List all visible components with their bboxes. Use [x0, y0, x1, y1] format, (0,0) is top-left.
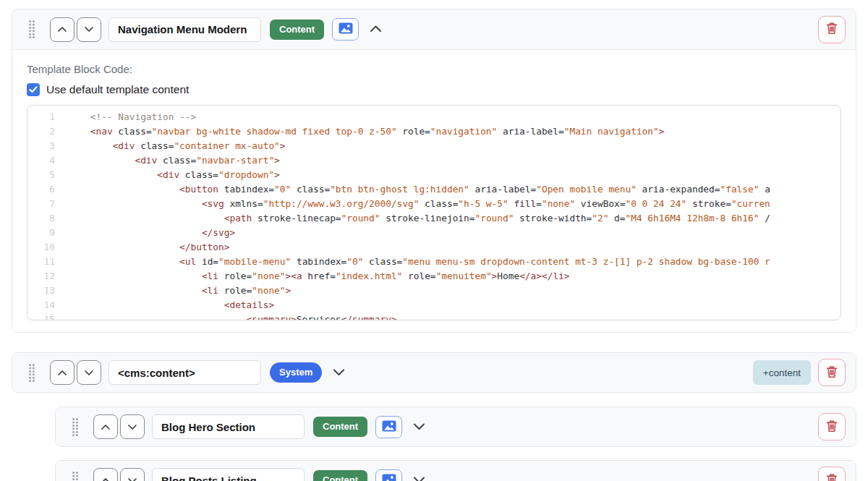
code-line: 13 <li role="none"> — [27, 284, 841, 298]
code-line: 8 <path stroke-linecap="round" stroke-li… — [27, 211, 841, 226]
code-text: <div class="container mx-auto"> — [68, 139, 286, 153]
code-text: </button> — [68, 240, 229, 255]
checkmark-icon — [29, 83, 38, 96]
code-text: <summary>Services</summary> — [68, 312, 397, 320]
chevron-down-icon — [84, 367, 94, 378]
move-down-button[interactable] — [120, 414, 145, 439]
image-icon — [382, 474, 396, 481]
line-number: 7 — [27, 197, 68, 211]
block-name-input[interactable] — [109, 360, 261, 385]
block-name-input[interactable] — [152, 414, 305, 439]
trash-icon — [826, 473, 838, 481]
code-line: 2 <nav class="navbar bg-white shadow-md … — [27, 124, 841, 139]
line-number: 10 — [27, 240, 68, 255]
line-number: 8 — [27, 211, 68, 226]
code-text: <nav class="navbar bg-white shadow-md fi… — [68, 124, 664, 139]
block-cms-content: System +content — [12, 352, 856, 393]
add-content-button[interactable]: +content — [753, 360, 811, 385]
code-text: <details> — [68, 298, 274, 312]
chevron-down-icon — [127, 475, 137, 481]
expand-button[interactable] — [410, 419, 428, 435]
code-editor[interactable]: 1 <!-- Navigation -->2 <nav class="navba… — [27, 105, 841, 320]
move-up-button[interactable] — [93, 414, 118, 439]
code-text: <path stroke-linecap="round" stroke-line… — [68, 211, 770, 226]
chevron-up-icon — [370, 24, 382, 35]
block-type-badge: Content — [313, 417, 367, 437]
expand-button[interactable] — [330, 365, 348, 381]
code-line: 12 <li role="none"><a href="index.html" … — [27, 269, 841, 284]
line-number: 6 — [27, 182, 68, 197]
code-text: <button tabindex="0" class="btn btn-ghos… — [68, 182, 770, 197]
move-down-button[interactable] — [77, 17, 101, 42]
use-default-checkbox[interactable] — [27, 83, 40, 96]
code-line: 14 <details> — [27, 298, 841, 312]
code-text: <li role="none"> — [68, 284, 291, 298]
block-header: Content — [56, 461, 856, 481]
code-text: <div class="navbar-start"> — [68, 153, 280, 168]
code-text: <li role="none"><a href="index.html" rol… — [68, 269, 570, 284]
chevron-down-icon — [413, 475, 425, 481]
delete-button[interactable] — [818, 467, 846, 481]
drag-handle-icon[interactable] — [72, 417, 79, 437]
chevron-down-icon — [333, 367, 345, 378]
chevron-down-icon — [413, 422, 425, 433]
line-number: 3 — [27, 139, 68, 153]
code-text: <!-- Navigation --> — [68, 110, 196, 124]
template-code-label: Template Block Code: — [27, 61, 841, 77]
block-blog-posts-listing: Content — [55, 460, 856, 481]
code-line: 1 <!-- Navigation --> — [27, 110, 841, 124]
trash-icon — [826, 420, 838, 435]
code-line: 10 </button> — [27, 240, 841, 255]
line-number: 2 — [27, 124, 68, 139]
line-number: 13 — [27, 284, 68, 298]
code-text: <svg xmlns="http://www.w3.org/2000/svg" … — [68, 197, 770, 211]
chevron-down-icon — [84, 24, 94, 35]
move-up-button[interactable] — [50, 360, 75, 385]
chevron-up-icon — [57, 24, 67, 35]
block-navigation-menu-modern: Content Template Block Code: Use default… — [12, 9, 856, 333]
drag-handle-icon[interactable] — [28, 363, 35, 383]
expand-button[interactable] — [410, 472, 428, 481]
trash-icon — [826, 22, 838, 37]
delete-button[interactable] — [818, 413, 846, 440]
code-line: 5 <div class="dropdown"> — [27, 168, 841, 182]
drag-handle-icon[interactable] — [28, 20, 35, 39]
image-icon — [339, 22, 353, 36]
line-number: 9 — [27, 226, 68, 240]
code-line: 4 <div class="navbar-start"> — [27, 153, 841, 168]
block-header: Content — [12, 9, 856, 50]
checkbox-label: Use default template content — [46, 83, 189, 96]
move-down-button[interactable] — [77, 360, 101, 385]
move-down-button[interactable] — [120, 468, 145, 481]
block-name-input[interactable] — [152, 468, 305, 481]
delete-button[interactable] — [818, 16, 846, 43]
chevron-up-icon — [101, 475, 111, 481]
line-number: 4 — [27, 153, 68, 168]
code-line: 15 <summary>Services</summary> — [27, 312, 841, 320]
code-line: 7 <svg xmlns="http://www.w3.org/2000/svg… — [27, 197, 841, 211]
move-up-button[interactable] — [93, 468, 118, 481]
media-button[interactable] — [375, 416, 402, 438]
line-number: 11 — [27, 255, 68, 269]
block-type-badge: Content — [313, 470, 367, 481]
line-number: 5 — [27, 168, 68, 182]
media-button[interactable] — [375, 469, 402, 481]
image-icon — [382, 420, 396, 434]
block-blog-hero-section: Content — [55, 406, 856, 447]
block-header: System +content — [12, 353, 856, 392]
use-default-template-row: Use default template content — [27, 83, 841, 96]
code-text: <div class="dropdown"> — [68, 168, 280, 182]
move-up-button[interactable] — [50, 17, 75, 42]
block-header: Content — [56, 407, 856, 446]
delete-button[interactable] — [818, 359, 846, 386]
block-body: Template Block Code: Use default templat… — [12, 50, 856, 332]
drag-handle-icon[interactable] — [72, 471, 79, 481]
code-line: 3 <div class="container mx-auto"> — [27, 139, 841, 153]
media-button[interactable] — [332, 18, 359, 41]
collapse-button[interactable] — [367, 21, 385, 38]
line-number: 12 — [27, 269, 68, 284]
trash-icon — [826, 365, 838, 380]
block-name-input[interactable] — [109, 17, 261, 42]
code-text: </svg> — [68, 226, 235, 240]
chevron-up-icon — [57, 367, 67, 378]
